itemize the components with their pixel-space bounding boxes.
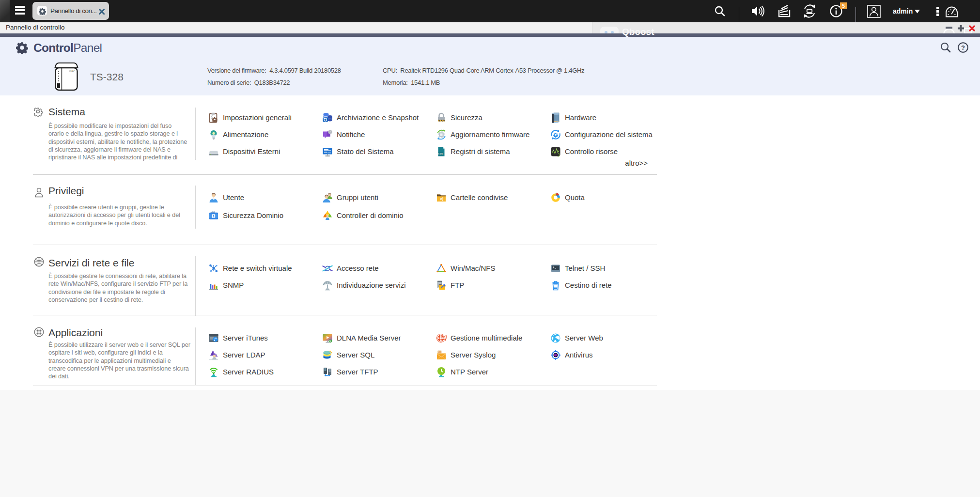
svg-text:?: ? xyxy=(961,44,965,51)
svg-text:QNAP: QNAP xyxy=(69,70,75,72)
